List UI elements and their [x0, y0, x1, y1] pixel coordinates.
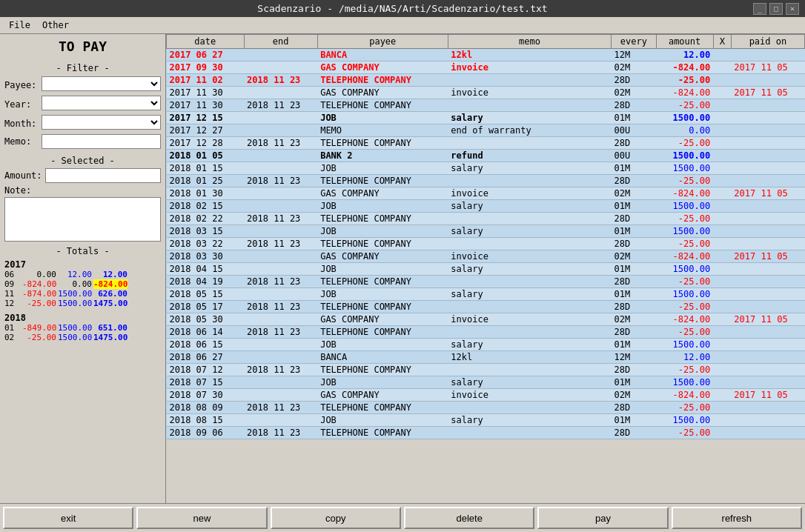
table-row[interactable]: 2018 03 222018 11 23TELEPHONE COMPANY28D… [167, 238, 805, 250]
col-amount[interactable]: amount [656, 35, 713, 49]
totals-row-2018-01: 01 -849.00 1500.00 651.00 [4, 323, 161, 333]
year-label: Year: [4, 99, 42, 110]
bottom-bar: exit new copy delete pay refresh [0, 503, 805, 532]
table-row[interactable]: 2018 07 122018 11 23TELEPHONE COMPANY28D… [167, 364, 805, 376]
refresh-button[interactable]: refresh [672, 507, 802, 529]
main-table: date end payee memo every amount X paid … [166, 34, 805, 439]
table-row[interactable]: 2018 05 15JOBsalary01M1500.00 [167, 288, 805, 301]
month-select[interactable] [42, 115, 161, 130]
title-text: Scadenzario - /media/NAS/Arti/Scadenzari… [257, 3, 547, 14]
titlebar: Scadenzario - /media/NAS/Arti/Scadenzari… [0, 0, 805, 17]
table-row[interactable]: 2018 01 30GAS COMPANYinvoice02M-824.0020… [167, 187, 805, 200]
new-button[interactable]: new [136, 507, 267, 529]
table-row[interactable]: 2018 06 27BANCA12kl12M12.00 [167, 351, 805, 364]
year-2018-label: 2018 [4, 313, 21, 323]
amount-row: Amount: 1500.00 [4, 168, 161, 183]
col-paid-on[interactable]: paid on [731, 35, 804, 49]
totals-year-2017: 2017 [4, 259, 161, 270]
totals-row-2017-06: 06 0.00 12.00 12.00 [4, 270, 161, 279]
table-header-row: date end payee memo every amount X paid … [167, 35, 805, 49]
table-row[interactable]: 2018 01 252018 11 23TELEPHONE COMPANY28D… [167, 175, 805, 187]
table-row[interactable]: 2018 08 15JOBsalary01M1500.00 [167, 414, 805, 427]
table-body: 2017 06 27BANCA12kl12M12.002017 09 30GAS… [167, 49, 805, 439]
table-row[interactable]: 2017 06 27BANCA12kl12M12.00 [167, 49, 805, 61]
totals-year-2018: 2018 [4, 313, 161, 323]
col-date[interactable]: date [167, 35, 245, 49]
table-row[interactable]: 2017 11 022018 11 23TELEPHONE COMPANY28D… [167, 74, 805, 87]
menu-file[interactable]: File [3, 19, 36, 32]
totals-row-2018-02: 02 -25.00 1500.00 1475.00 [4, 333, 161, 342]
amount-label: Amount: [4, 170, 45, 181]
table-row[interactable]: 2018 04 15JOBsalary01M1500.00 [167, 263, 805, 276]
totals-label: - Totals - [4, 246, 161, 256]
note-label: Note: [4, 185, 161, 196]
table-row[interactable]: 2018 05 172018 11 23TELEPHONE COMPANY28D… [167, 301, 805, 313]
table-row[interactable]: 2017 12 282018 11 23TELEPHONE COMPANY28D… [167, 137, 805, 150]
filter-label: - Filter - [4, 63, 161, 73]
table-row[interactable]: 2017 11 302018 11 23TELEPHONE COMPANY28D… [167, 99, 805, 112]
window-controls: _ □ ✕ [753, 3, 799, 15]
table-row[interactable]: 2017 09 30GAS COMPANYinvoice02M-824.0020… [167, 61, 805, 74]
memo-label: Memo: [4, 136, 42, 147]
col-payee[interactable]: payee [317, 35, 448, 49]
table-row[interactable]: 2018 03 30GAS COMPANYinvoice02M-824.0020… [167, 250, 805, 263]
totals-2017: 2017 06 0.00 12.00 12.00 09 -824.00 0.00… [4, 259, 161, 308]
table-row[interactable]: 2018 05 30GAS COMPANYinvoice02M-824.0020… [167, 313, 805, 326]
memo-input[interactable] [42, 134, 161, 149]
payee-row: Payee: [4, 76, 161, 93]
col-memo[interactable]: memo [448, 35, 611, 49]
left-panel: TO PAY - Filter - Payee: Year: Month: Me… [0, 34, 166, 503]
table-row[interactable]: 2018 01 05BANK 2refund00U1500.00 [167, 150, 805, 162]
totals-2018: 2018 01 -849.00 1500.00 651.00 02 -25.00… [4, 313, 161, 342]
table-row[interactable]: 2017 11 30GAS COMPANYinvoice02M-824.0020… [167, 87, 805, 99]
pay-button[interactable]: pay [537, 507, 668, 529]
note-textarea[interactable] [4, 197, 161, 242]
table-row[interactable]: 2018 09 062018 11 23TELEPHONE COMPANY28D… [167, 427, 805, 439]
memo-row: Memo: [4, 134, 161, 149]
maximize-button[interactable]: □ [769, 3, 783, 15]
table-row[interactable]: 2018 06 15JOBsalary01M1500.00 [167, 339, 805, 351]
table-row[interactable]: 2018 07 15JOBsalary01M1500.00 [167, 376, 805, 389]
payee-select[interactable] [42, 76, 161, 91]
table-row[interactable]: 2018 02 15JOBsalary01M1500.00 [167, 200, 805, 213]
table-container[interactable]: date end payee memo every amount X paid … [166, 34, 805, 503]
close-button[interactable]: ✕ [786, 3, 799, 15]
table-row[interactable]: 2018 06 142018 11 23TELEPHONE COMPANY28D… [167, 326, 805, 339]
right-panel: date end payee memo every amount X paid … [166, 34, 805, 503]
delete-button[interactable]: delete [404, 507, 534, 529]
year-select[interactable] [42, 96, 161, 110]
selected-label: - Selected - [4, 156, 161, 166]
table-row[interactable]: 2018 07 30GAS COMPANYinvoice02M-824.0020… [167, 389, 805, 402]
menubar: File Other [0, 17, 805, 34]
table-row[interactable]: 2017 12 15JOBsalary01M1500.00 [167, 112, 805, 124]
totals-row-2017-11: 11 -874.00 1500.00 626.00 [4, 289, 161, 299]
col-every[interactable]: every [612, 35, 657, 49]
month-row: Month: [4, 115, 161, 132]
minimize-button[interactable]: _ [753, 3, 766, 15]
exit-button[interactable]: exit [3, 507, 133, 529]
table-row[interactable]: 2018 01 15JOBsalary01M1500.00 [167, 162, 805, 175]
table-row[interactable]: 2018 08 092018 11 23TELEPHONE COMPANY28D… [167, 402, 805, 414]
table-row[interactable]: 2018 04 192018 11 23TELEPHONE COMPANY28D… [167, 276, 805, 288]
table-row[interactable]: 2017 12 27MEMOend of warranty00U0.00 [167, 124, 805, 137]
payee-label: Payee: [4, 80, 42, 90]
year-row: Year: [4, 96, 161, 113]
table-row[interactable]: 2018 02 222018 11 23TELEPHONE COMPANY28D… [167, 213, 805, 225]
panel-title: TO PAY [4, 39, 161, 54]
totals-row-2017-12: 12 -25.00 1500.00 1475.00 [4, 299, 161, 308]
col-end[interactable]: end [244, 35, 317, 49]
totals-row-2017-09: 09 -824.00 0.00 -824.00 [4, 279, 161, 289]
copy-button[interactable]: copy [271, 507, 401, 529]
col-x[interactable]: X [713, 35, 731, 49]
menu-other[interactable]: Other [36, 19, 75, 32]
main-area: TO PAY - Filter - Payee: Year: Month: Me… [0, 34, 805, 503]
month-label: Month: [4, 119, 42, 129]
table-row[interactable]: 2018 03 15JOBsalary01M1500.00 [167, 225, 805, 238]
amount-input[interactable]: 1500.00 [45, 168, 161, 183]
year-2017-label: 2017 [4, 259, 21, 270]
